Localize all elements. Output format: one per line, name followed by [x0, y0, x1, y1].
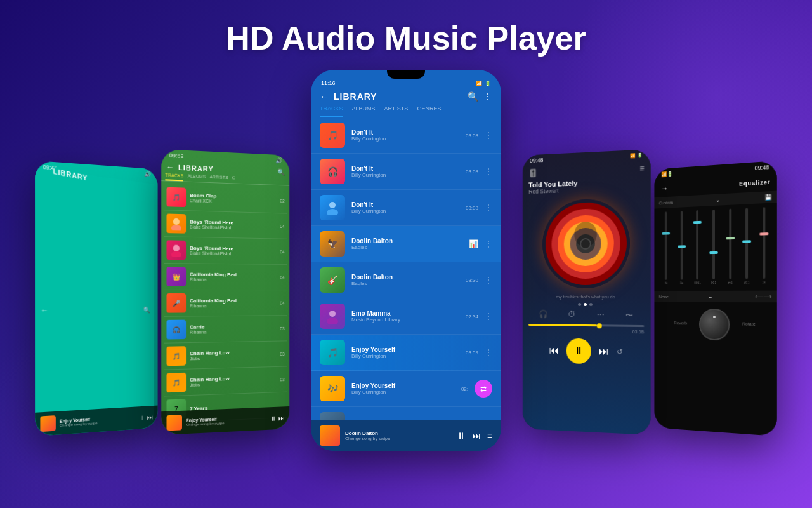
p3-track-dont-it-1[interactable]: 🎵 Don't ItBilly Currington 03:08 ⋮	[311, 117, 501, 154]
track-boom-clap[interactable]: 🎵 Boom ClapCharli XCX 02	[164, 184, 287, 213]
p5-save-icon[interactable]: 💾	[764, 194, 771, 201]
p5-preset-dropdown[interactable]: ⌄	[715, 196, 720, 203]
eq-col-7[interactable]: 1k	[757, 207, 771, 284]
p4-pause-btn[interactable]: ⏸	[566, 338, 591, 364]
phone-3-tab-genres[interactable]: GENRES	[417, 105, 441, 117]
p3-dots-2[interactable]: ⋮	[485, 167, 492, 176]
p3-track-doolin-1[interactable]: 🦅 Doolin DaltonEagles 📊 ⋮	[311, 226, 501, 262]
p3-thumb-5: 🎸	[320, 267, 345, 293]
phone-2-search-icon[interactable]: 🔍	[277, 168, 284, 175]
p4-progress-bar[interactable]	[528, 324, 644, 327]
p4-timer-icon[interactable]: ⏱	[568, 310, 576, 321]
phone-2-now-playing[interactable]: Enjoy Yourself Change song by swipe ⏸ ⏭	[161, 406, 289, 435]
p3-dur-3: 03:08	[466, 205, 478, 211]
phone-3-search-icon[interactable]: 🔍	[468, 91, 478, 102]
track-chain-1[interactable]: 🎵 Chain Hang LowJibbs 03	[164, 341, 287, 370]
p4-list-icon[interactable]: ≡	[639, 164, 644, 173]
p3-list-btn[interactable]: ≡	[487, 431, 492, 441]
p3-footer-controls[interactable]: ⏸ ⏭ ≡	[457, 431, 492, 441]
eq-col-4[interactable]: 001	[707, 210, 720, 285]
p3-track-title-2: Don't It	[351, 165, 459, 172]
p4-eq-icon[interactable]: 🎚️	[528, 168, 537, 177]
track-boys-2[interactable]: Boys 'Round HereBlake Shelton&Pistol 04	[164, 237, 287, 265]
phone-3-tab-tracks[interactable]: TRACKS	[320, 105, 343, 117]
p4-progress-handle[interactable]	[597, 323, 602, 328]
p4-wave-icon[interactable]: 〜	[625, 310, 633, 321]
phone-3-tab-artists[interactable]: ARTISTS	[384, 105, 409, 117]
np-controls-2[interactable]: ⏸ ⏭	[270, 415, 285, 422]
track-cali-2[interactable]: 🎤 California King BedRihanna 04	[164, 290, 287, 317]
p3-next-btn[interactable]: ⏭	[472, 431, 481, 441]
eq-label-4: 001	[711, 281, 716, 284]
p3-track-artist-2: Billy Currington	[351, 172, 459, 178]
p5-slider-h[interactable]: ⟵⟶	[755, 293, 771, 300]
p5-knob-indicator	[713, 316, 716, 318]
phone-2-tab-artists[interactable]: ARTISTS	[209, 175, 228, 183]
eq-col-2[interactable]: 3e	[676, 211, 688, 285]
wifi-icon: 🔋	[485, 81, 491, 86]
phone-2-back-icon[interactable]: ←	[166, 163, 174, 172]
p3-track-enjoy-2[interactable]: 🎶 Enjoy YourselfBilly Currington 02: ⇄	[311, 371, 501, 407]
p5-preset2-dropdown[interactable]: ⌄	[709, 293, 714, 300]
eq-col-1[interactable]: 3k	[660, 211, 672, 285]
p3-track-doolin-footer[interactable]: 🦅 Doolin Dalton	[311, 407, 501, 420]
p3-dots-5[interactable]: ⋮	[485, 276, 492, 284]
p4-controls[interactable]: ⏮ ⏸ ⏭ ↺	[523, 333, 651, 371]
p3-track-dont-it-2[interactable]: 🎧 Don't ItBilly Currington 03:08 ⋮	[311, 154, 501, 190]
track-chain-2[interactable]: 🎵 Chain Hang LowJibbs 03	[164, 366, 287, 396]
p3-dots-7[interactable]: ⋮	[485, 348, 492, 357]
track-thumb-chain2: 🎵	[166, 373, 186, 392]
p3-track-artist-5: Eagles	[351, 281, 459, 286]
p4-prev-btn[interactable]: ⏮	[549, 345, 558, 356]
track-boys-1[interactable]: Boys 'Round HereBlake Shelton&Pistol 04	[164, 210, 287, 239]
phone-3-tabs: TRACKS ALBUMS ARTISTS GENRES	[311, 105, 501, 117]
phone-2-tab-albums[interactable]: ALBUMS	[188, 173, 206, 182]
np-controls-1[interactable]: ⏸ ⏭	[139, 413, 153, 421]
phone-2-tab-c[interactable]: C	[232, 175, 235, 183]
p3-pause-btn[interactable]: ⏸	[457, 431, 466, 441]
svg-point-13	[173, 245, 180, 251]
phone-3-tab-albums[interactable]: ALBUMS	[352, 105, 376, 117]
p4-repeat-btn[interactable]: ↺	[616, 347, 622, 356]
np-info-2: Enjoy Yourself Change song by swipe	[186, 415, 266, 427]
track-cali-1[interactable]: 👑 California King BedRihanna 04	[164, 264, 287, 290]
shuffle-button[interactable]: ⇄	[475, 380, 492, 398]
phone-2-track-list: 🎵 Boom ClapCharli XCX 02 Boys 'Round Her…	[161, 181, 289, 426]
track-dur-chain1: 03	[280, 352, 284, 356]
p3-track-artist-1: Billy Currington	[351, 136, 459, 142]
p3-track-dont-it-3[interactable]: Don't ItBilly Currington 03:08 ⋮	[311, 190, 501, 226]
bluetooth-icon: 📶	[476, 81, 482, 86]
p3-dots-6[interactable]: ⋮	[485, 312, 492, 321]
p5-knob-main[interactable]	[699, 309, 730, 341]
phone-2-tab-tracks[interactable]: TRACKS	[165, 173, 183, 181]
phone-3-more-icon[interactable]: ⋮	[483, 91, 492, 102]
p3-dots-1[interactable]: ⋮	[485, 131, 492, 140]
p4-next-btn[interactable]: ⏭	[598, 345, 608, 357]
p3-track-doolin-2[interactable]: 🎸 Doolin DaltonEagles 03:30 ⋮	[311, 262, 501, 298]
pause-icon-1[interactable]: ⏸	[139, 414, 145, 421]
next-icon-2[interactable]: ⏭	[278, 415, 284, 422]
p3-track-enjoy-1[interactable]: 🎵 Enjoy YourselfBilly Currington 03:59 ⋮	[311, 335, 501, 371]
p4-lyrics: my troubles that's what you do	[523, 293, 651, 300]
p3-dur-7: 03:59	[466, 350, 478, 356]
p3-dots-4[interactable]: ⋮	[485, 239, 492, 248]
phone-3-footer: Doolin Dalton Change song by swipe ⏸ ⏭ ≡	[311, 420, 501, 451]
eq-label-3: 0051	[694, 281, 701, 284]
p3-track-emo-mamma[interactable]: Emo MammaMusic Beyond Library 02:34 ⋮	[311, 298, 501, 335]
svg-point-27	[580, 239, 591, 249]
pause-icon-2[interactable]: ⏸	[270, 415, 277, 422]
phone-3-back-icon[interactable]: ←	[320, 91, 329, 102]
track-carrie[interactable]: 🎧 CarrieRihanna 03	[164, 316, 287, 344]
eq-col-6[interactable]: zE1	[740, 208, 754, 284]
next-icon-1[interactable]: ⏭	[147, 413, 153, 420]
np-thumb-1	[40, 415, 55, 432]
phone-1-search-icon[interactable]: 🔍	[143, 306, 150, 312]
phone-1-back-icon[interactable]: ←	[41, 305, 49, 315]
track-dur-boys2: 04	[280, 250, 284, 254]
eq-col-5[interactable]: zv1	[724, 208, 737, 284]
p3-dots-3[interactable]: ⋮	[485, 203, 492, 212]
eq-col-3[interactable]: 0051	[691, 210, 704, 285]
p4-headphones-icon[interactable]: 🎧	[539, 310, 547, 321]
p4-more-dots[interactable]: ⋯	[597, 310, 605, 321]
p5-back-icon[interactable]: →	[660, 183, 669, 193]
